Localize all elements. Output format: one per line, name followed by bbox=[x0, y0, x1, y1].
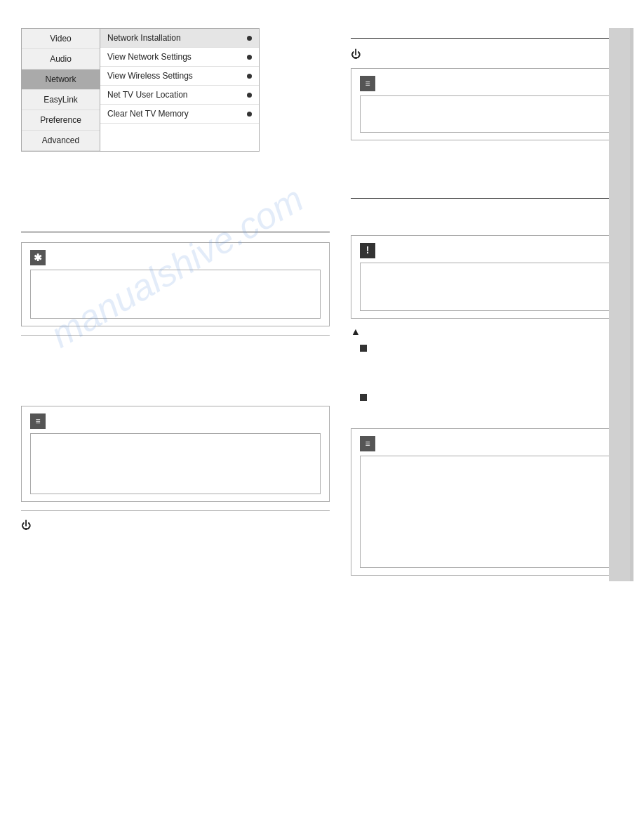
power-icon-left: ⏻ bbox=[21, 519, 31, 531]
right-divider-1 bbox=[351, 38, 623, 39]
sidebar-item-network[interactable]: Network bbox=[22, 70, 100, 90]
triangle-text bbox=[369, 326, 424, 337]
left-body-text-1 bbox=[21, 166, 330, 179]
note-box-left-content bbox=[30, 433, 321, 494]
bullet-dot bbox=[247, 93, 252, 98]
note-box-left-header: ≡ bbox=[30, 413, 321, 429]
power-icon-right: ⏻ bbox=[351, 48, 361, 60]
right-spacer-2 bbox=[351, 208, 623, 230]
right-body-text-1 bbox=[368, 49, 414, 60]
note-box-right-bottom: ≡ bbox=[351, 428, 623, 576]
right-body-text-2 bbox=[351, 344, 623, 354]
menu-container: Video Audio Network EasyLink Preference … bbox=[21, 28, 260, 152]
star-icon: ✱ bbox=[30, 250, 46, 265]
note-box-right-top-content bbox=[360, 95, 614, 133]
divider-2 bbox=[21, 335, 330, 336]
eq-icon-left: ≡ bbox=[30, 413, 46, 429]
square-icon-2 bbox=[360, 394, 367, 401]
eq-icon-right-bottom: ≡ bbox=[360, 436, 375, 451]
triangle-line: ▲ bbox=[351, 326, 623, 337]
bullet-dot bbox=[247, 112, 252, 117]
tip-box: ✱ bbox=[21, 242, 330, 326]
menu-left-panel: Video Audio Network EasyLink Preference … bbox=[22, 29, 100, 151]
note-box-right-bottom-content bbox=[360, 456, 614, 568]
menu-right-panel: Network Installation View Network Settin… bbox=[100, 29, 259, 151]
warning-box: ! bbox=[351, 235, 623, 319]
bullet-dot bbox=[247, 74, 252, 79]
right-spacer-1 bbox=[351, 146, 623, 188]
sidebar-item-preference[interactable]: Preference bbox=[22, 110, 100, 131]
triangle-icon: ▲ bbox=[351, 326, 361, 337]
warn-icon: ! bbox=[360, 243, 375, 258]
sidebar-item-easylink[interactable]: EasyLink bbox=[22, 90, 100, 110]
right-spacer-4 bbox=[351, 409, 623, 423]
note-box-right-bottom-header: ≡ bbox=[360, 436, 614, 451]
tip-box-header: ✱ bbox=[30, 250, 321, 265]
menu-item-net-tv-user-location[interactable]: Net TV User Location bbox=[100, 86, 259, 105]
bullet-dot bbox=[247, 55, 252, 60]
square-icon-1 bbox=[360, 345, 367, 352]
left-text-area-1 bbox=[21, 166, 330, 222]
left-text-area-3 bbox=[21, 538, 330, 580]
right-column: ⏻ ≡ bbox=[351, 28, 623, 581]
power-line-left: ⏻ bbox=[21, 519, 330, 531]
divider-3 bbox=[21, 510, 330, 511]
right-spacer-3 bbox=[351, 359, 623, 388]
warning-box-header: ! bbox=[360, 243, 614, 258]
power-line-right: ⏻ bbox=[351, 48, 623, 60]
note-box-right-top-header: ≡ bbox=[360, 76, 614, 91]
left-body-text-6 bbox=[21, 538, 330, 551]
left-body-text-3 bbox=[21, 344, 330, 357]
left-body-text-2 bbox=[21, 183, 330, 197]
right-sidebar-bar bbox=[614, 28, 633, 581]
eq-icon-right-top: ≡ bbox=[360, 76, 375, 91]
right-body-text-3 bbox=[351, 393, 623, 403]
left-body-text-5 bbox=[21, 379, 330, 392]
menu-item-view-wireless-settings[interactable]: View Wireless Settings bbox=[100, 67, 259, 86]
sidebar-item-audio[interactable]: Audio bbox=[22, 49, 100, 70]
right-text-2 bbox=[374, 344, 416, 354]
left-column: Video Audio Network EasyLink Preference … bbox=[21, 28, 330, 581]
menu-item-view-network-settings[interactable]: View Network Settings bbox=[100, 48, 259, 67]
sidebar-item-video[interactable]: Video bbox=[22, 29, 100, 49]
tip-box-content bbox=[30, 270, 321, 319]
sidebar-item-advanced[interactable]: Advanced bbox=[22, 131, 100, 151]
menu-item-network-installation[interactable]: Network Installation bbox=[100, 29, 259, 48]
divider-1 bbox=[21, 232, 330, 232]
bullet-dot bbox=[247, 36, 252, 41]
right-text-3 bbox=[374, 393, 416, 403]
right-divider-2 bbox=[351, 198, 623, 199]
warning-box-content bbox=[360, 263, 614, 312]
left-body-text-4 bbox=[21, 362, 330, 375]
left-text-area-2 bbox=[21, 344, 330, 400]
note-box-left: ≡ bbox=[21, 406, 330, 502]
note-box-right-top: ≡ bbox=[351, 68, 623, 140]
menu-item-clear-net-tv-memory[interactable]: Clear Net TV Memory bbox=[100, 105, 259, 124]
